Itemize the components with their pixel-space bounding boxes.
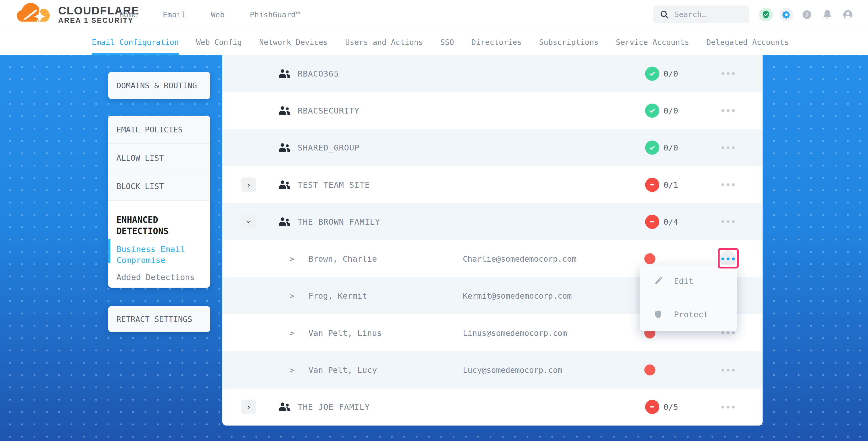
context-menu-edit[interactable]: Edit <box>640 264 737 297</box>
collapse-row-button[interactable]: › <box>241 215 256 229</box>
table-row[interactable]: SHARED_GROUP 0/0 <box>222 129 763 166</box>
table-row[interactable]: › THE JOE FAMILY 0/5 <box>222 388 763 426</box>
gear-icon <box>782 10 791 19</box>
group-name: TEST TEAM SITE <box>298 180 370 190</box>
table-row[interactable]: RBACSECURITY 0/0 <box>222 92 763 129</box>
sidebar-item-business-email-compromise[interactable]: Business Email Compromise <box>117 244 203 265</box>
expand-row-button[interactable]: › <box>241 178 256 192</box>
protection-count: 0/1 <box>663 180 678 190</box>
expand-row-button[interactable]: › <box>241 400 256 414</box>
group-name: RBACSECURITY <box>298 106 360 115</box>
check-icon <box>649 70 656 77</box>
shield-icon <box>653 310 663 319</box>
top-bar: CLOUDFLARE’ AREA 1 SECURITY Home Email W… <box>0 0 868 29</box>
page-background: DOMAINS & ROUTING EMAIL POLICIES ALLOW L… <box>0 55 868 441</box>
groups-table: RBACO365 0/0 RBACSECURITY 0/0 SHARED_GRO… <box>222 55 763 426</box>
tab-email-configuration[interactable]: Email Configuration <box>92 29 179 55</box>
tab-delegated-accounts[interactable]: Delegated Accounts <box>707 29 789 55</box>
context-menu-protect[interactable]: Protect <box>640 297 737 331</box>
notifications-button[interactable] <box>820 8 834 22</box>
group-icon <box>278 216 291 227</box>
section-tabs: Email Configuration Web Config Network D… <box>0 29 868 55</box>
status-badge <box>645 140 659 155</box>
row-menu-button[interactable] <box>720 139 736 156</box>
row-context-menu: Edit Protect <box>640 264 737 331</box>
group-icon <box>278 142 291 153</box>
member-email: Kermit@somedemocorp.com <box>463 291 572 301</box>
row-menu-button[interactable] <box>720 399 736 415</box>
tab-sso[interactable]: SSO <box>440 29 454 55</box>
table-row[interactable]: > Van Pelt, Lucy Lucy@somedemocorp.com <box>222 351 763 388</box>
unprotected-dot <box>644 253 655 264</box>
sidebar-item-added-detections[interactable]: Added Detections <box>117 272 203 283</box>
row-menu-button[interactable] <box>720 102 736 119</box>
group-name: THE JOE FAMILY <box>298 402 370 412</box>
status-badge <box>645 178 659 192</box>
minus-icon <box>649 181 656 189</box>
status-badge <box>645 67 659 81</box>
chevron-right-icon: › <box>246 403 251 411</box>
row-menu-button[interactable] <box>720 213 736 230</box>
nav-phishguard[interactable]: PhishGuard™ <box>250 10 300 19</box>
table-row[interactable]: › TEST TEAM SITE 0/1 <box>222 166 763 203</box>
row-menu-button[interactable] <box>720 361 736 378</box>
member-marker: > <box>289 254 294 263</box>
shield-check-icon <box>762 10 770 19</box>
protection-count: 0/5 <box>663 402 678 412</box>
group-name: THE BROWN FAMILY <box>298 217 380 226</box>
group-icon <box>278 68 291 79</box>
nav-email[interactable]: Email <box>163 10 186 19</box>
status-badge <box>645 103 659 118</box>
tab-users-and-actions[interactable]: Users and Actions <box>345 29 423 55</box>
nav-web[interactable]: Web <box>211 10 224 19</box>
tab-web-config[interactable]: Web Config <box>196 29 242 55</box>
member-email: Lucy@somedemocorp.com <box>463 366 562 375</box>
member-name: Van Pelt, Lucy <box>308 365 377 375</box>
unprotected-dot <box>644 365 655 375</box>
member-name: Frog, Kermit <box>308 291 367 301</box>
table-row[interactable]: RBACO365 0/0 <box>222 55 763 92</box>
search-input[interactable] <box>674 10 740 19</box>
sidebar-item-enhanced-detections[interactable]: ENHANCED DETECTIONS <box>117 214 200 237</box>
tab-network-devices[interactable]: Network Devices <box>259 29 328 55</box>
protection-count: 0/0 <box>663 69 678 78</box>
status-badge <box>645 215 659 229</box>
sidebar-item-email-policies[interactable]: EMAIL POLICIES <box>108 116 210 144</box>
protection-count: 0/0 <box>663 106 678 115</box>
status-badge <box>645 400 659 414</box>
member-email: Charlie@somedemocorp.com <box>463 254 577 263</box>
sidebar-item-domains-routing[interactable]: DOMAINS & ROUTING <box>108 72 210 99</box>
sidebar-item-allow-list[interactable]: ALLOW LIST <box>108 144 210 172</box>
table-row[interactable]: › THE BROWN FAMILY 0/4 <box>222 203 763 240</box>
member-marker: > <box>289 291 294 301</box>
group-name: SHARED_GROUP <box>298 143 360 152</box>
search-box[interactable] <box>653 5 749 23</box>
member-name: Van Pelt, Linus <box>308 328 382 338</box>
member-name: Brown, Charlie <box>308 254 377 263</box>
security-status-icon[interactable] <box>759 8 773 22</box>
sidebar-item-block-list[interactable]: BLOCK LIST <box>108 172 210 200</box>
group-name: RBACO365 <box>298 69 339 78</box>
row-menu-button[interactable] <box>720 65 736 82</box>
top-icon-group: ? <box>759 0 855 29</box>
row-menu-button[interactable] <box>720 177 736 193</box>
group-icon <box>278 401 291 412</box>
tab-subscriptions[interactable]: Subscriptions <box>539 29 599 55</box>
group-icon <box>278 179 291 190</box>
top-nav: Home Email Web PhishGuard™ <box>119 0 300 29</box>
active-item-indicator <box>108 239 111 263</box>
check-icon <box>649 107 656 114</box>
nav-home[interactable]: Home <box>119 10 138 19</box>
search-icon <box>659 10 669 19</box>
settings-button[interactable] <box>780 8 793 22</box>
chevron-right-icon: › <box>246 181 251 189</box>
bell-icon <box>822 9 833 21</box>
help-icon: ? <box>801 9 813 21</box>
tab-directories[interactable]: Directories <box>471 29 522 55</box>
account-button[interactable] <box>841 8 855 22</box>
tab-service-accounts[interactable]: Service Accounts <box>616 29 689 55</box>
help-button[interactable]: ? <box>800 8 814 22</box>
cloudflare-cloud-icon <box>15 3 55 27</box>
sidebar-item-retract-settings[interactable]: RETRACT SETTINGS <box>108 306 210 332</box>
svg-text:?: ? <box>805 11 808 18</box>
